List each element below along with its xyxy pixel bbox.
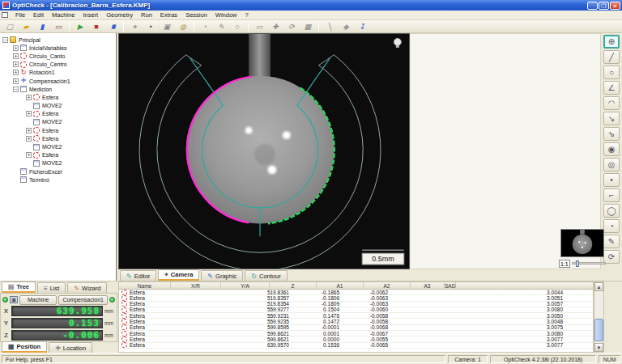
- lamp-button[interactable]: ◍: [176, 21, 190, 32]
- zoom-window-button[interactable]: ▣: [160, 21, 174, 32]
- table-header-cell[interactable]: SAD: [445, 282, 456, 289]
- table-header-cell[interactable]: A2: [364, 282, 411, 289]
- tool-distance-line[interactable]: ⇘: [603, 127, 620, 141]
- tree-expander[interactable]: +: [13, 61, 19, 67]
- tree-expander[interactable]: +: [26, 136, 32, 142]
- zoom-1-1-button[interactable]: 1:1: [559, 260, 570, 268]
- tree-item[interactable]: + Circulo_Canto: [0, 52, 116, 60]
- tree-expander[interactable]: +: [26, 152, 32, 158]
- tab-graphic[interactable]: ✎ Graphic: [201, 270, 243, 281]
- toolbar-separator[interactable]: [194, 22, 194, 32]
- tree-item[interactable]: + Esfera: [0, 93, 116, 101]
- menu-item[interactable]: Machine: [48, 11, 79, 19]
- tool-circle-point[interactable]: ⊕: [603, 35, 620, 49]
- tree-item[interactable]: + Rotación1: [0, 69, 116, 77]
- tab-camera[interactable]: ⌖ Camera: [158, 269, 199, 281]
- maximize-button[interactable]: ❐: [599, 2, 609, 10]
- table-header-cell[interactable]: A3: [411, 282, 445, 289]
- stamp-button[interactable]: ◆: [339, 21, 353, 32]
- tree-expander[interactable]: [13, 169, 19, 175]
- tool-scan-plane[interactable]: ✎: [603, 235, 620, 248]
- tree-item[interactable]: + Esfera: [0, 110, 116, 118]
- table-header-cell[interactable]: X/R: [171, 282, 221, 289]
- tree-item[interactable]: MOVE2: [0, 159, 116, 167]
- pause-button[interactable]: ▮▮: [105, 21, 120, 32]
- scroll-up-arrow[interactable]: ▲: [594, 282, 603, 291]
- menu-item[interactable]: ?: [241, 11, 253, 19]
- scroll-down-arrow[interactable]: ▼: [594, 343, 603, 352]
- table-header-cell[interactable]: Y/A: [221, 282, 270, 289]
- tree-item[interactable]: + Circulo_Centro: [0, 61, 116, 69]
- tree-expander[interactable]: +: [26, 128, 32, 133]
- tree-expander[interactable]: +: [13, 70, 19, 75]
- polygon-button[interactable]: ○: [230, 21, 245, 32]
- tree-expander[interactable]: +: [26, 111, 32, 116]
- table-scrollbar[interactable]: ▲ ▼: [594, 281, 604, 353]
- table-header-cell[interactable]: Name: [119, 282, 171, 289]
- tree-expander[interactable]: [26, 160, 32, 166]
- tree-item[interactable]: − Medicion: [0, 85, 116, 93]
- menu-item[interactable]: Edit: [29, 11, 48, 19]
- open-file-button[interactable]: ▰: [19, 21, 33, 32]
- tree-expander[interactable]: [26, 103, 32, 108]
- tool-scan-circle[interactable]: ◔: [603, 219, 620, 233]
- tree-expander[interactable]: [26, 119, 32, 125]
- tool-line[interactable]: ╱: [603, 50, 620, 64]
- minimize-button[interactable]: _: [587, 2, 598, 10]
- menu-item[interactable]: Session: [181, 11, 211, 19]
- tab-tree[interactable]: ▤ Tree: [2, 281, 36, 293]
- tree-item[interactable]: + Esfera: [0, 134, 116, 142]
- tool-perpendicular[interactable]: ⌐: [603, 188, 620, 202]
- toolbar-separator[interactable]: [69, 22, 70, 32]
- menu-item[interactable]: Insert: [79, 11, 102, 19]
- tree-expander[interactable]: +: [13, 78, 19, 84]
- tool-arc[interactable]: ◠: [603, 96, 620, 110]
- scroll-thumb[interactable]: [594, 319, 603, 341]
- zoom-slider[interactable]: [572, 262, 606, 265]
- tree-item[interactable]: − Principal: [0, 36, 116, 44]
- menu-item[interactable]: Window: [211, 11, 241, 19]
- tab-position[interactable]: ▦ Position: [2, 341, 47, 353]
- tab-list[interactable]: ≡ List: [37, 282, 66, 293]
- grid-button[interactable]: ▦: [300, 21, 315, 32]
- tab-location[interactable]: ✛ Location: [49, 342, 92, 353]
- point-button[interactable]: •: [143, 21, 158, 32]
- zoom-slider-thumb[interactable]: [576, 260, 579, 267]
- tree-item[interactable]: + Esfera: [0, 151, 116, 159]
- tree-expander[interactable]: −: [2, 37, 8, 43]
- tree-item[interactable]: + Compensación1: [0, 77, 116, 85]
- run-button[interactable]: ▶: [73, 21, 87, 32]
- tool-distance-point[interactable]: ↘: [603, 112, 620, 125]
- tree-expander[interactable]: +: [13, 53, 19, 59]
- tree-expander[interactable]: [13, 177, 19, 183]
- table-header-cell[interactable]: Z: [270, 282, 317, 289]
- tree-item[interactable]: Terminó: [0, 176, 116, 184]
- tree-expander[interactable]: [26, 144, 32, 150]
- save-button[interactable]: ▮: [35, 21, 49, 32]
- stop-button[interactable]: ■: [89, 21, 104, 32]
- close-button[interactable]: ✕: [610, 2, 620, 10]
- toolbar-separator[interactable]: [318, 22, 319, 32]
- tool-ellipse[interactable]: ◯: [603, 204, 620, 218]
- hand-probe-button[interactable]: ✎: [214, 21, 228, 32]
- machine-button[interactable]: Machine: [19, 295, 57, 305]
- tree-expander[interactable]: +: [13, 45, 19, 51]
- probe-button[interactable]: ⌖: [127, 21, 142, 32]
- tool-circle-center[interactable]: ◉: [603, 142, 620, 156]
- tool-circle[interactable]: ○: [603, 66, 620, 79]
- menu-item[interactable]: File: [11, 11, 29, 19]
- new-file-button[interactable]: ▢: [2, 21, 17, 32]
- menu-item[interactable]: Extras: [156, 11, 181, 19]
- measure-line-button[interactable]: ╲: [322, 21, 337, 32]
- tree-expander[interactable]: −: [13, 87, 19, 92]
- print-button[interactable]: ▭: [51, 21, 66, 32]
- tree-expander[interactable]: +: [26, 95, 32, 100]
- camera-view[interactable]: 0.5mm: [118, 33, 410, 269]
- tree-item[interactable]: MOVE2: [0, 102, 116, 110]
- tree-item[interactable]: + InicialVariables: [0, 44, 116, 52]
- tool-circle-dot[interactable]: ◎: [603, 158, 620, 171]
- tool-scan-sphere[interactable]: ⟳: [603, 250, 620, 264]
- camera-thumbnail[interactable]: [560, 229, 604, 257]
- menu-item[interactable]: Geometry: [102, 11, 137, 19]
- move-button[interactable]: ✚: [268, 21, 283, 32]
